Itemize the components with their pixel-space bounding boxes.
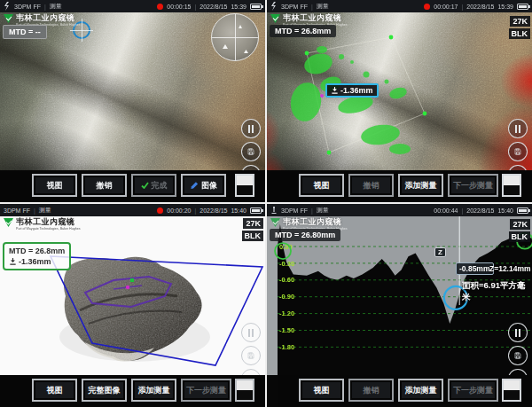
next-measure-button[interactable]: 下一步测量 <box>181 379 231 402</box>
inset-speck <box>223 44 228 49</box>
tab-measure[interactable]: 测量 <box>317 206 329 215</box>
clock-label: 15:39 <box>497 4 513 10</box>
stereo-index-badge: 27K <box>510 16 530 27</box>
mtd-readout: MTD = 26.80mm <box>270 229 340 241</box>
date-label: 2022/8/15 <box>200 4 227 10</box>
next-measure-button[interactable]: 下一步测量 <box>448 379 498 402</box>
full-image-button[interactable]: 完整图像 <box>82 379 127 402</box>
clock-label: 15:40 <box>231 207 246 214</box>
pause-button[interactable] <box>508 119 528 138</box>
undo-button[interactable]: 撤销 <box>348 379 394 402</box>
add-measure-button[interactable]: 添加测量 <box>398 379 443 402</box>
divider: | <box>194 4 196 10</box>
action-bar: 视图 撤销 添加测量 下一步测量 <box>267 170 532 202</box>
button-label: 完整图像 <box>89 385 121 396</box>
battery-level <box>252 209 260 212</box>
tab-measure[interactable]: 测量 <box>50 2 62 11</box>
add-measure-button[interactable]: 添加测量 <box>398 174 443 197</box>
view-button[interactable]: 视图 <box>32 379 77 402</box>
area-label: 面积=6.91平方毫米 <box>462 280 532 303</box>
z-length-label: Z=12.14mm <box>489 264 531 273</box>
probe-power-icon <box>270 2 278 11</box>
blk-badge: BLK <box>242 231 264 241</box>
done-button[interactable]: 完成 <box>131 174 176 197</box>
y-tick-label: -1.80 <box>279 343 294 351</box>
tab-measure[interactable]: 测量 <box>39 206 51 215</box>
undo-button[interactable]: 撤销 <box>348 174 394 197</box>
divider: | <box>311 4 313 10</box>
mode-label: 3DPM FF <box>281 4 308 10</box>
stereo-index-badge: 27K <box>510 219 530 230</box>
depth-value-tag[interactable]: -1.36mm <box>325 83 379 98</box>
pause-button[interactable] <box>241 119 261 138</box>
tab-measure[interactable]: 测量 <box>317 2 329 11</box>
next-measure-button[interactable]: 下一步测量 <box>448 174 498 197</box>
y-tick-label: -1.50 <box>279 326 294 334</box>
button-label: 视图 <box>47 385 63 396</box>
clock-label: 15:39 <box>231 4 246 10</box>
depth-point-marker[interactable] <box>320 94 324 98</box>
brand-title: 韦林工业内窥镜 <box>283 14 355 22</box>
quadrant-depth-measure: 3DPM FF | 测量 00:00:17 | 2022/8/15 15:39 … <box>267 0 532 202</box>
check-icon <box>141 182 149 189</box>
depth-value: -1.36mm <box>340 86 373 95</box>
probe-power-icon <box>4 2 11 11</box>
brand-subtitle: Part of Waygate Technologies, Baker Hugh… <box>16 227 80 231</box>
depth-value: -1.36mm <box>19 256 51 267</box>
screen-split-toggle[interactable] <box>235 174 254 197</box>
recording-indicator <box>157 4 163 10</box>
brand-title: 韦林工业内窥镜 <box>16 218 88 226</box>
divider: | <box>311 207 313 214</box>
battery-level <box>519 209 527 212</box>
quadrant-profile-view: 0.00-0.30-0.60-0.90-1.20-1.50-1.80 3DPM … <box>267 204 532 407</box>
ref-point-marker[interactable] <box>130 278 134 282</box>
depth-point-marker[interactable] <box>126 286 129 289</box>
brand-triangle-icon <box>270 218 280 227</box>
view-button[interactable]: 视图 <box>299 379 344 402</box>
screen-split-toggle[interactable] <box>502 174 521 197</box>
brand-triangle-icon <box>4 14 13 23</box>
battery-icon <box>250 207 262 214</box>
inset-speck <box>239 25 242 28</box>
status-bar: 3DPM FF | 测量 00:00:44 | 2022/8/15 15:40 <box>267 204 532 216</box>
brand-triangle-icon <box>270 14 280 23</box>
save-button[interactable] <box>241 142 261 161</box>
blk-badge: BLK <box>509 231 531 242</box>
view-button[interactable]: 视图 <box>299 174 344 197</box>
y-tick-label: -0.90 <box>279 293 294 301</box>
pause-button[interactable] <box>508 323 528 342</box>
brand-title: 韦林工业内窥镜 <box>283 218 355 226</box>
z-axis-tag[interactable]: Z <box>434 247 446 257</box>
battery-icon <box>517 4 528 10</box>
undo-button[interactable]: 撤销 <box>82 174 127 197</box>
date-label: 2022/8/15 <box>466 207 494 214</box>
date-label: 2022/8/15 <box>466 4 494 10</box>
pen-icon <box>190 181 199 190</box>
save-button[interactable] <box>508 142 528 161</box>
depth-icon <box>331 86 339 95</box>
screen-split-toggle[interactable] <box>235 379 254 402</box>
record-timer: 00:00:17 <box>434 4 458 10</box>
divider: | <box>44 4 46 10</box>
status-badges: 27K BLK <box>509 16 531 39</box>
depth-highlight-blobs <box>287 46 411 154</box>
quadrant-live-view: 3DPM FF | 测量 00:00:15 | 2022/8/15 15:39 … <box>0 0 265 202</box>
button-label: 添加测量 <box>405 180 437 192</box>
brand-triangle-icon <box>4 218 13 227</box>
button-label: 视图 <box>314 180 330 192</box>
screen-split-toggle[interactable] <box>502 379 521 402</box>
button-label: 添加测量 <box>138 385 170 396</box>
pause-button[interactable] <box>241 323 261 342</box>
view-button[interactable]: 视图 <box>32 174 77 197</box>
button-label: 下一步测量 <box>186 385 226 396</box>
battery-level <box>252 5 260 8</box>
image-button[interactable]: 图像 <box>181 174 226 197</box>
save-button[interactable] <box>241 346 261 365</box>
button-label: 图像 <box>201 180 217 192</box>
record-timer: 00:00:20 <box>167 207 191 214</box>
battery-level <box>519 5 527 8</box>
button-label: 撤销 <box>97 180 113 192</box>
add-measure-button[interactable]: 添加测量 <box>131 379 176 402</box>
save-button[interactable] <box>508 346 528 365</box>
y-tick-label: -0.30 <box>279 260 294 268</box>
